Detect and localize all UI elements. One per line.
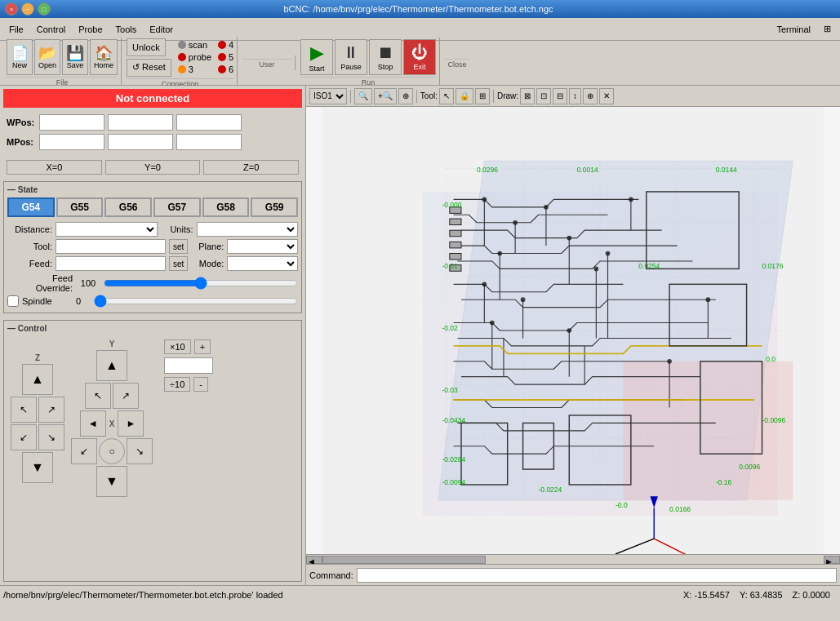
g55-button[interactable]: G55 bbox=[56, 197, 104, 217]
pause-button[interactable]: ⏸ Pause bbox=[335, 39, 367, 75]
z-zero-button[interactable]: Z=0 bbox=[203, 160, 299, 175]
y-center-button[interactable] bbox=[99, 438, 125, 464]
tool-input[interactable] bbox=[56, 239, 166, 254]
mpos-z-input[interactable] bbox=[176, 134, 242, 150]
spindle-checkbox[interactable] bbox=[7, 295, 19, 307]
mode-select[interactable] bbox=[227, 256, 298, 271]
distance-select[interactable] bbox=[56, 222, 158, 237]
save-button[interactable]: 💾 Save bbox=[62, 39, 88, 75]
mpos-x-input[interactable] bbox=[39, 134, 104, 150]
svg-point-25 bbox=[706, 297, 711, 302]
draw-btn-3[interactable]: ⊟ bbox=[553, 88, 567, 104]
scrollbar-right-arrow[interactable]: ► bbox=[824, 556, 840, 564]
g56-button[interactable]: G56 bbox=[104, 197, 152, 217]
menu-tools[interactable]: Tools bbox=[110, 22, 143, 37]
main-area: Not connected WPos: MPos: X=0 Y=0 Z=0 bbox=[0, 86, 840, 585]
stop-button[interactable]: ⏹ Stop bbox=[369, 39, 402, 75]
z-downleft-button[interactable] bbox=[11, 424, 37, 450]
zoom-in-button[interactable]: +🔍 bbox=[374, 88, 397, 104]
y-upright-button[interactable] bbox=[113, 383, 139, 409]
feed-set-button[interactable]: set bbox=[169, 256, 188, 271]
plane-select[interactable] bbox=[227, 239, 298, 254]
command-input[interactable] bbox=[357, 568, 837, 583]
maximize-button[interactable]: □ bbox=[38, 2, 51, 16]
menu-control[interactable]: Control bbox=[31, 22, 71, 37]
canvas-area[interactable]: 0.0296 0.0014 0.0144 -0.000 -0.01 -0.02 … bbox=[306, 107, 840, 554]
plus-button[interactable]: + bbox=[194, 339, 211, 354]
start-button[interactable]: ▶ Start bbox=[300, 39, 333, 75]
lock-button[interactable]: 🔒 bbox=[456, 88, 473, 104]
exit-button[interactable]: ⏻ Exit bbox=[403, 39, 436, 75]
spindle-slider[interactable] bbox=[94, 295, 298, 307]
draw-btn-1[interactable]: ⊠ bbox=[520, 88, 535, 104]
draw-label: Draw: bbox=[497, 91, 518, 100]
tool-row: Tool: set Plane: bbox=[7, 239, 298, 254]
y-up-button[interactable] bbox=[96, 350, 127, 381]
wpos-y-input[interactable] bbox=[108, 114, 173, 131]
view-iso-select[interactable]: ISO1 ISO2 Top Front bbox=[309, 88, 347, 104]
probe-item: probe bbox=[178, 52, 211, 62]
minus-button[interactable]: - bbox=[193, 377, 208, 392]
menu-probe[interactable]: Probe bbox=[73, 22, 108, 37]
menu-file[interactable]: File bbox=[3, 22, 29, 37]
feed-input[interactable] bbox=[56, 256, 166, 271]
select-tool-button[interactable]: ↖ bbox=[439, 88, 454, 104]
open-button[interactable]: 📂 Open bbox=[34, 39, 60, 75]
z-upleft-button[interactable] bbox=[11, 397, 37, 423]
multiply-button[interactable]: ×10 bbox=[164, 339, 191, 354]
new-button[interactable]: 📄 New bbox=[7, 39, 33, 75]
x-zero-button[interactable]: X=0 bbox=[7, 160, 102, 175]
multiply-row: ×10 + bbox=[164, 339, 213, 354]
mpos-y-input[interactable] bbox=[108, 134, 173, 150]
menu-editor[interactable]: Editor bbox=[144, 22, 179, 37]
svg-point-23 bbox=[594, 267, 599, 272]
wpos-x-input[interactable] bbox=[39, 114, 104, 131]
g57-button[interactable]: G57 bbox=[153, 197, 201, 217]
z-upright-button[interactable] bbox=[38, 397, 64, 423]
wpos-label: WPos: bbox=[7, 118, 39, 127]
close-button[interactable]: × bbox=[5, 2, 18, 16]
draw-btn-4[interactable]: ↕ bbox=[569, 88, 581, 104]
draw-btn-2[interactable]: ⊡ bbox=[536, 88, 551, 104]
g59-button[interactable]: G59 bbox=[251, 197, 298, 217]
minimize-button[interactable]: − bbox=[21, 2, 34, 16]
z-down-button[interactable] bbox=[22, 452, 53, 483]
g58-button[interactable]: G58 bbox=[202, 197, 250, 217]
zoom-out-button[interactable]: ⊕ bbox=[398, 88, 413, 104]
y-upleft-button[interactable] bbox=[85, 383, 111, 409]
divide-button[interactable]: ÷10 bbox=[164, 377, 190, 392]
grid-button[interactable]: ⊞ bbox=[475, 88, 490, 104]
draw-btn-5[interactable]: ⊕ bbox=[583, 88, 598, 104]
divide-row: ÷10 - bbox=[164, 377, 213, 392]
y-downright-button[interactable] bbox=[127, 438, 153, 464]
x-right-button[interactable] bbox=[118, 410, 144, 437]
g54-button[interactable]: G54 bbox=[7, 197, 55, 217]
scrollbar-thumb[interactable] bbox=[322, 556, 486, 564]
step-input[interactable]: 1 bbox=[164, 357, 213, 374]
svg-text:-0.0434: -0.0434 bbox=[442, 416, 465, 424]
feed-override-label: FeedOverride: bbox=[7, 273, 73, 293]
menu-terminal[interactable]: Terminal bbox=[771, 22, 816, 37]
command-label: Command: bbox=[309, 570, 353, 580]
toolbar-user-group: User bbox=[239, 55, 296, 70]
y-zero-button[interactable]: Y=0 bbox=[105, 160, 201, 175]
z-downright-button[interactable] bbox=[38, 424, 64, 450]
x-left-button[interactable] bbox=[80, 410, 106, 437]
draw-btn-6[interactable]: ✕ bbox=[599, 88, 614, 104]
horizontal-scrollbar[interactable]: ◄ ► bbox=[306, 554, 840, 564]
y-downleft-button[interactable] bbox=[71, 438, 97, 464]
menu-extra[interactable]: ⊞ bbox=[818, 21, 837, 37]
scrollbar-left-arrow[interactable]: ◄ bbox=[306, 556, 322, 564]
zoom-fit-button[interactable]: 🔍 bbox=[354, 88, 372, 104]
y-down-button[interactable] bbox=[96, 466, 127, 497]
unlock-button[interactable]: Unlock bbox=[127, 38, 166, 56]
wpos-z-input[interactable] bbox=[176, 114, 242, 131]
reset-button[interactable]: ↺ Reset bbox=[127, 59, 171, 77]
units-select[interactable] bbox=[197, 222, 299, 237]
z-up-button[interactable] bbox=[22, 364, 53, 395]
tool-set-button[interactable]: set bbox=[169, 239, 188, 254]
feed-override-slider[interactable] bbox=[104, 277, 298, 289]
xyz-buttons-row: X=0 Y=0 Z=0 bbox=[7, 160, 299, 175]
home-button[interactable]: 🏠 Home bbox=[90, 39, 118, 75]
x-axis-label: X bbox=[109, 419, 115, 428]
